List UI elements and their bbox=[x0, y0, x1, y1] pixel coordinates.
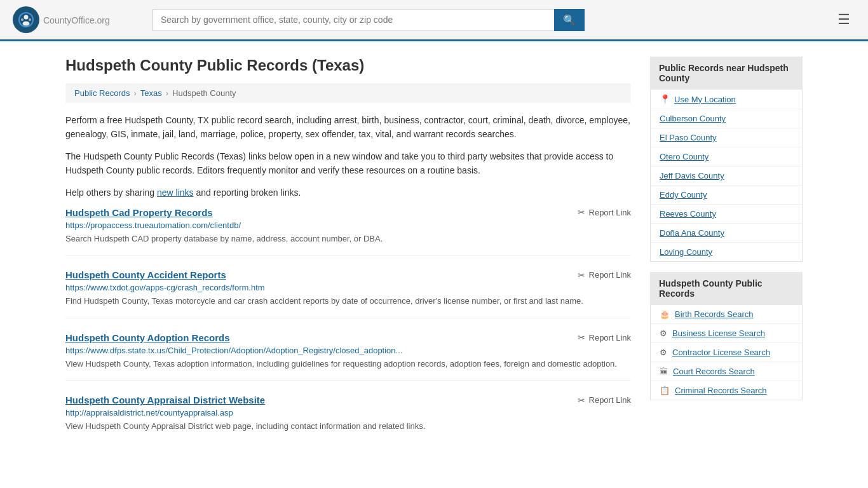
search-button[interactable]: 🔍 bbox=[554, 9, 585, 31]
sidebar-record-link[interactable]: Criminal Records Search bbox=[675, 386, 767, 395]
records-list: Hudspeth Cad Property Records ✂ Report L… bbox=[65, 207, 631, 443]
record-item: Hudspeth County Adoption Records ✂ Repor… bbox=[65, 332, 631, 381]
report-link-button[interactable]: ✂ Report Link bbox=[578, 332, 631, 342]
logo-text: CountyOffice.org bbox=[43, 13, 110, 27]
scissors-icon: ✂ bbox=[578, 395, 585, 405]
record-type-icon: 📋 bbox=[660, 386, 670, 395]
nearby-county-item[interactable]: El Paso County bbox=[651, 128, 802, 147]
nearby-county-item[interactable]: Otero County bbox=[651, 147, 802, 166]
record-url[interactable]: https://www.dfps.state.tx.us/Child_Prote… bbox=[65, 346, 631, 355]
sidebar: Public Records near Hudspeth County 📍 Us… bbox=[650, 57, 803, 457]
record-item: Hudspeth County Accident Reports ✂ Repor… bbox=[65, 269, 631, 318]
search-input[interactable] bbox=[153, 9, 554, 31]
record-title[interactable]: Hudspeth County Adoption Records bbox=[65, 332, 230, 343]
breadcrumb-current: Hudspeth County bbox=[172, 88, 236, 98]
breadcrumb-texas[interactable]: Texas bbox=[140, 88, 162, 98]
nearby-county-link[interactable]: Reeves County bbox=[660, 209, 716, 219]
nearby-county-item[interactable]: Eddy County bbox=[651, 186, 802, 205]
sidebar-record-link-item[interactable]: 📋 Criminal Records Search bbox=[651, 381, 802, 400]
use-my-location-link[interactable]: Use My Location bbox=[674, 95, 736, 104]
nearby-county-item[interactable]: Jeff Davis County bbox=[651, 166, 802, 186]
nearby-section-title: Public Records near Hudspeth County bbox=[650, 57, 803, 90]
records-section-title: Hudspeth County Public Records bbox=[650, 272, 803, 305]
svg-point-3 bbox=[21, 18, 24, 21]
record-type-icon: ⚙ bbox=[660, 329, 667, 338]
sidebar-record-link-item[interactable]: 🏛 Court Records Search bbox=[651, 362, 802, 381]
nearby-county-item[interactable]: Reeves County bbox=[651, 205, 802, 224]
record-header: Hudspeth Cad Property Records ✂ Report L… bbox=[65, 207, 631, 218]
record-header: Hudspeth County Adoption Records ✂ Repor… bbox=[65, 332, 631, 343]
svg-point-1 bbox=[24, 15, 29, 20]
record-description: View Hudspeth County Appraisal District … bbox=[65, 420, 631, 433]
record-url[interactable]: https://www.txdot.gov/apps-cg/crash_reco… bbox=[65, 283, 631, 292]
record-header: Hudspeth County Appraisal District Websi… bbox=[65, 395, 631, 405]
nearby-county-link[interactable]: Eddy County bbox=[660, 190, 707, 200]
report-link-button[interactable]: ✂ Report Link bbox=[578, 207, 631, 217]
record-item: Hudspeth County Appraisal District Websi… bbox=[65, 395, 631, 443]
report-link-label: Report Link bbox=[589, 270, 631, 280]
report-link-button[interactable]: ✂ Report Link bbox=[578, 395, 631, 405]
nearby-county-link[interactable]: El Paso County bbox=[660, 133, 717, 142]
record-url[interactable]: http://appraisaldistrict.net/countyappra… bbox=[65, 408, 631, 417]
svg-point-4 bbox=[29, 18, 31, 21]
new-links-link[interactable]: new links bbox=[157, 187, 194, 198]
sidebar-record-link-item[interactable]: 🎂 Birth Records Search bbox=[651, 305, 802, 324]
breadcrumb-sep-1: › bbox=[133, 88, 136, 98]
sidebar-record-link-item[interactable]: ⚙ Contractor License Search bbox=[651, 343, 802, 362]
nearby-county-item[interactable]: Loving County bbox=[651, 243, 802, 261]
nearby-county-link[interactable]: Doña Ana County bbox=[660, 228, 724, 238]
breadcrumb-public-records[interactable]: Public Records bbox=[74, 88, 130, 98]
record-url[interactable]: https://propaccess.trueautomation.com/cl… bbox=[65, 220, 631, 230]
sidebar-record-link[interactable]: Birth Records Search bbox=[675, 309, 754, 319]
sidebar-record-link[interactable]: Court Records Search bbox=[673, 367, 755, 376]
nearby-county-link[interactable]: Culberson County bbox=[660, 114, 726, 123]
nearby-county-link[interactable]: Jeff Davis County bbox=[660, 171, 724, 180]
scissors-icon: ✂ bbox=[578, 207, 585, 217]
svg-point-2 bbox=[23, 22, 30, 26]
main-container: Hudspeth County Public Records (Texas) P… bbox=[53, 41, 815, 472]
site-header: CountyOffice.org 🔍 ☰ bbox=[0, 0, 868, 41]
menu-icon[interactable]: ☰ bbox=[832, 9, 855, 30]
nearby-county-link[interactable]: Otero County bbox=[660, 152, 709, 161]
report-link-button[interactable]: ✂ Report Link bbox=[578, 270, 631, 280]
page-title: Hudspeth County Public Records (Texas) bbox=[65, 57, 631, 74]
scissors-icon: ✂ bbox=[578, 270, 585, 280]
search-icon: 🔍 bbox=[563, 15, 576, 25]
report-link-label: Report Link bbox=[589, 395, 631, 405]
search-bar: 🔍 bbox=[153, 9, 585, 31]
location-pin-icon: 📍 bbox=[660, 94, 670, 104]
record-description: Search Hudspeth CAD property database by… bbox=[65, 233, 631, 245]
nearby-county-item[interactable]: Doña Ana County bbox=[651, 224, 802, 243]
intro-para1: Perform a free Hudspeth County, TX publi… bbox=[65, 113, 631, 142]
record-description: View Hudspeth County, Texas adoption inf… bbox=[65, 358, 631, 370]
record-description: Find Hudspeth County, Texas motorcycle a… bbox=[65, 295, 631, 308]
record-title[interactable]: Hudspeth County Accident Reports bbox=[65, 269, 226, 280]
breadcrumb: Public Records › Texas › Hudspeth County bbox=[65, 83, 631, 103]
nearby-counties-list: 📍 Use My Location Culberson CountyEl Pas… bbox=[650, 90, 803, 262]
record-type-icon: 🏛 bbox=[660, 367, 668, 376]
record-type-icon: ⚙ bbox=[660, 348, 667, 357]
breadcrumb-sep-2: › bbox=[166, 88, 168, 98]
record-item: Hudspeth Cad Property Records ✂ Report L… bbox=[65, 207, 631, 256]
sidebar-record-link-item[interactable]: ⚙ Business License Search bbox=[651, 324, 802, 343]
use-location-item[interactable]: 📍 Use My Location bbox=[651, 90, 802, 109]
logo-area: CountyOffice.org bbox=[13, 6, 140, 33]
nearby-county-item[interactable]: Culberson County bbox=[651, 109, 802, 128]
record-header: Hudspeth County Accident Reports ✂ Repor… bbox=[65, 269, 631, 280]
record-title[interactable]: Hudspeth Cad Property Records bbox=[65, 207, 213, 218]
sidebar-record-link[interactable]: Business License Search bbox=[672, 329, 765, 338]
report-link-label: Report Link bbox=[589, 208, 631, 217]
logo-icon bbox=[13, 6, 39, 33]
scissors-icon: ✂ bbox=[578, 332, 585, 342]
record-title[interactable]: Hudspeth County Appraisal District Websi… bbox=[65, 395, 265, 405]
nearby-county-link[interactable]: Loving County bbox=[660, 247, 712, 257]
content-area: Hudspeth County Public Records (Texas) P… bbox=[65, 57, 631, 457]
intro-para2: The Hudspeth County Public Records (Texa… bbox=[65, 149, 631, 178]
report-link-label: Report Link bbox=[589, 333, 631, 342]
record-type-icon: 🎂 bbox=[660, 309, 670, 319]
sidebar-record-link[interactable]: Contractor License Search bbox=[672, 348, 770, 357]
records-links-list: 🎂 Birth Records Search ⚙ Business Licens… bbox=[650, 305, 803, 400]
intro-para3: Help others by sharing new links and rep… bbox=[65, 186, 631, 200]
